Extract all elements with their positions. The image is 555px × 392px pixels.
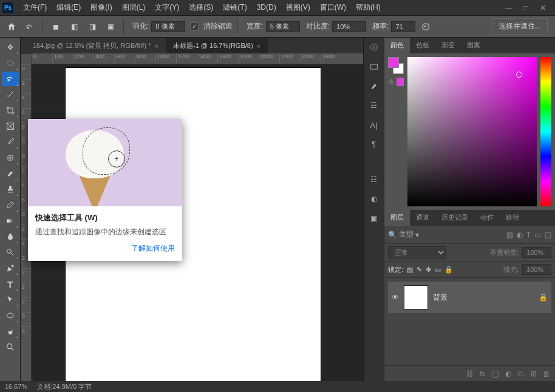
move-tool[interactable]: ✥ xyxy=(2,40,19,55)
lock-all-icon[interactable]: 🔒 xyxy=(444,266,453,274)
adjustment-layer-icon[interactable]: ◐ xyxy=(505,370,511,378)
blend-mode-select[interactable]: 正常 xyxy=(388,246,446,259)
ruler-origin[interactable] xyxy=(21,53,32,64)
filter-type-icon[interactable]: T xyxy=(526,231,531,239)
layer-thumbnail[interactable] xyxy=(404,285,428,309)
antialias-checkbox[interactable] xyxy=(190,22,199,31)
subtract-selection-icon[interactable]: ◨ xyxy=(84,19,100,35)
menu-视图[interactable]: 视图(V) xyxy=(281,1,315,14)
home-button[interactable] xyxy=(4,19,19,35)
frame-tool[interactable] xyxy=(2,119,19,133)
character-panel-icon[interactable]: A| xyxy=(368,119,380,131)
lock-transparent-icon[interactable]: ▨ xyxy=(407,266,413,274)
brushes-panel-icon[interactable] xyxy=(368,80,380,92)
doc-info[interactable]: 文档:24.9M/0 字节 xyxy=(37,382,92,391)
blur-tool[interactable] xyxy=(2,229,19,244)
select-and-mask-button[interactable]: 选择并遮住... xyxy=(492,18,548,35)
width-input[interactable] xyxy=(266,21,300,32)
panel-tab-图案[interactable]: 图案 xyxy=(461,38,486,53)
marquee-tool[interactable] xyxy=(2,56,19,70)
hand-tool[interactable] xyxy=(2,324,19,339)
delete-layer-icon[interactable]: 🗑 xyxy=(543,370,550,378)
menu-窗口[interactable]: 窗口(W) xyxy=(315,1,351,14)
pen-tool[interactable] xyxy=(2,261,19,275)
intersect-selection-icon[interactable]: ▣ xyxy=(103,19,118,35)
paragraph-panel-icon[interactable]: ¶ xyxy=(368,138,380,150)
document-tab[interactable]: 未标题-1 @ 16.7%(RGB/8)× xyxy=(166,38,268,53)
filter-pixel-icon[interactable]: ▨ xyxy=(506,231,513,239)
minimize-button[interactable]: — xyxy=(504,3,514,13)
menu-3D[interactable]: 3D(D) xyxy=(252,1,281,14)
gamut-warning-icon[interactable]: ⚠ xyxy=(388,78,395,86)
menu-图层[interactable]: 图层(L) xyxy=(117,1,151,14)
menu-图像[interactable]: 图像(I) xyxy=(86,1,117,14)
gradient-tool[interactable] xyxy=(2,214,19,228)
eraser-tool[interactable] xyxy=(2,198,19,212)
fg-bg-swatch[interactable] xyxy=(388,57,404,74)
fx-icon[interactable]: fx xyxy=(480,370,485,378)
shape-tool[interactable] xyxy=(2,308,19,323)
path-select-tool[interactable] xyxy=(2,292,19,307)
learn-panel-icon[interactable]: ⓘ xyxy=(368,41,380,53)
tab-close-icon[interactable]: × xyxy=(257,42,260,50)
mask-icon[interactable]: ◯ xyxy=(491,370,499,378)
panel-tab-路径[interactable]: 路径 xyxy=(500,210,525,226)
add-selection-icon[interactable]: ◧ xyxy=(66,19,82,35)
menu-选择[interactable]: 选择(S) xyxy=(184,1,218,14)
horizontal-ruler[interactable]: 0100200400600800100012001400160018002000… xyxy=(32,53,363,64)
maximize-button[interactable]: □ xyxy=(521,3,531,13)
new-layer-icon[interactable]: ⊞ xyxy=(531,370,537,378)
contrast-input[interactable] xyxy=(332,21,366,32)
pen-pressure-icon[interactable] xyxy=(418,19,434,35)
zoom-tool[interactable] xyxy=(2,340,19,354)
libraries-panel-icon[interactable] xyxy=(368,61,380,73)
zoom-readout[interactable]: 16.67% xyxy=(5,383,27,390)
menu-文字[interactable]: 文字(Y) xyxy=(150,1,184,14)
panel-tab-渐变[interactable]: 渐变 xyxy=(435,38,461,53)
menu-编辑[interactable]: 编辑(E) xyxy=(52,1,86,14)
feather-input[interactable] xyxy=(151,21,185,32)
visibility-toggle[interactable]: 👁 xyxy=(392,293,399,302)
link-layers-icon[interactable]: ⛓ xyxy=(466,370,474,378)
menu-帮助[interactable]: 帮助(H) xyxy=(351,1,386,14)
dodge-tool[interactable] xyxy=(2,245,19,260)
color-picker[interactable] xyxy=(407,57,537,206)
stamp-tool[interactable] xyxy=(2,182,19,197)
document-tab[interactable]: 164.jpg @ 12.5% (背景 拷贝, RGB/8#) *× xyxy=(26,38,166,53)
heal-tool[interactable] xyxy=(2,150,19,165)
eyedropper-tool[interactable] xyxy=(2,135,19,149)
freq-input[interactable] xyxy=(391,21,415,32)
panel-tab-图层[interactable]: 图层 xyxy=(384,210,410,226)
menu-文件[interactable]: 文件(F) xyxy=(18,1,52,14)
comps-panel-icon[interactable]: ▣ xyxy=(368,212,380,225)
lock-position-icon[interactable]: ✥ xyxy=(426,266,431,274)
filter-smart-icon[interactable]: ◫ xyxy=(545,231,551,239)
opacity-input[interactable] xyxy=(522,247,551,258)
fill-input[interactable] xyxy=(522,264,551,275)
properties-panel-icon[interactable]: ☷ xyxy=(368,174,380,186)
crop-tool[interactable] xyxy=(2,103,19,118)
tab-close-icon[interactable]: × xyxy=(155,42,158,50)
quick-select-tool[interactable] xyxy=(2,72,19,86)
layer-filter[interactable]: 🔍 类型 ▾ xyxy=(388,229,443,240)
panel-tab-色板[interactable]: 色板 xyxy=(410,38,435,53)
lock-pixels-icon[interactable]: ✎ xyxy=(417,266,422,274)
magic-wand-tool[interactable] xyxy=(2,87,19,102)
hue-slider[interactable] xyxy=(540,57,551,206)
close-button[interactable]: ✕ xyxy=(538,3,548,13)
styles-panel-icon[interactable]: ◐ xyxy=(368,193,380,205)
brush-tool[interactable] xyxy=(2,166,19,181)
current-tool-icon[interactable] xyxy=(22,19,38,35)
layer-row[interactable]: 👁 背景 🔒 xyxy=(388,282,551,313)
group-icon[interactable]: 🗀 xyxy=(517,370,525,378)
panel-tab-动作[interactable]: 动作 xyxy=(474,210,500,226)
menu-滤镜[interactable]: 滤镜(T) xyxy=(218,1,251,14)
closest-color-swatch[interactable] xyxy=(397,78,404,86)
panel-tab-历史记录[interactable]: 历史记录 xyxy=(435,210,474,226)
layer-name[interactable]: 背景 xyxy=(433,292,448,303)
new-selection-icon[interactable]: ◼ xyxy=(48,19,64,35)
tooltip-learn-link[interactable]: 了解如何使用 xyxy=(35,243,175,254)
panel-tab-颜色[interactable]: 颜色 xyxy=(384,38,410,53)
filter-shape-icon[interactable]: ▭ xyxy=(534,231,541,239)
type-tool[interactable]: T xyxy=(2,277,19,291)
